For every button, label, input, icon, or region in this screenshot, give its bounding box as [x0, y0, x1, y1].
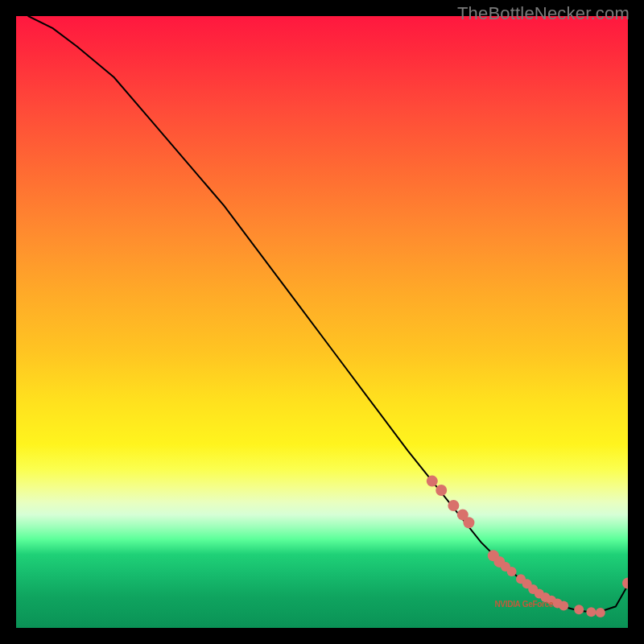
data-marker — [574, 605, 584, 614]
chart-stage: TheBottleNecker.com NVIDIA GeForce — [0, 0, 644, 644]
bottleneck-curve — [28, 16, 628, 613]
chart-overlay: NVIDIA GeForce — [16, 16, 628, 628]
data-marker — [586, 607, 596, 617]
gradient-plot-area: NVIDIA GeForce — [16, 16, 628, 628]
data-marker — [559, 601, 568, 611]
data-marker — [448, 500, 459, 511]
labels-group: NVIDIA GeForce — [494, 600, 553, 609]
markers-group — [427, 476, 628, 617]
data-marker — [427, 476, 438, 487]
data-marker — [596, 608, 605, 617]
watermark-text: TheBottleNecker.com — [457, 3, 630, 24]
data-marker — [436, 485, 447, 496]
annotation-label: NVIDIA GeForce — [494, 600, 553, 609]
data-marker — [622, 578, 628, 589]
data-marker — [463, 517, 474, 528]
data-marker — [507, 567, 517, 576]
